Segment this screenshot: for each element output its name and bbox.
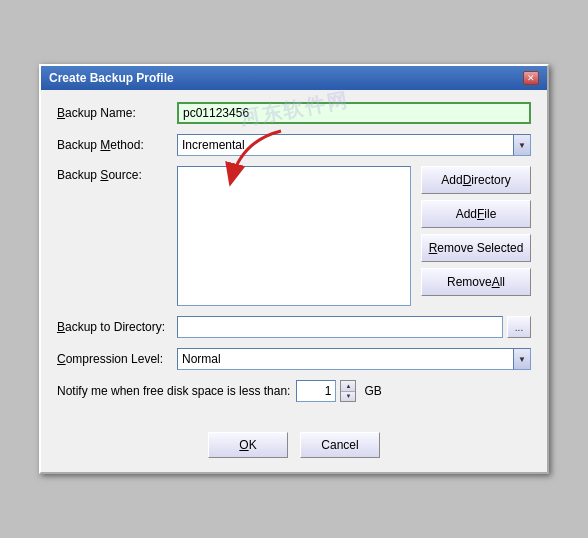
notify-spinner-container: ▲ ▼ GB: [296, 380, 381, 402]
notify-row: Notify me when free disk space is less t…: [57, 380, 531, 402]
dialog-footer: OK Cancel: [41, 428, 547, 472]
remove-selected-button[interactable]: Remove Selected: [421, 234, 531, 262]
source-buttons-panel: Add Directory Add File Remove Selected R…: [421, 166, 531, 296]
notify-label: Notify me when free disk space is less t…: [57, 384, 290, 398]
backup-source-row: Backup Source: Add Directory Add File Re…: [57, 166, 531, 306]
ok-button[interactable]: OK: [208, 432, 288, 458]
backup-to-label: Backup to Directory:: [57, 320, 177, 334]
add-file-button[interactable]: Add File: [421, 200, 531, 228]
backup-name-row: Backup Name:: [57, 102, 531, 124]
spin-down-button[interactable]: ▼: [341, 392, 355, 402]
backup-method-label: Backup Method:: [57, 138, 177, 152]
dialog-title: Create Backup Profile: [49, 71, 174, 85]
backup-method-select[interactable]: Incremental Full Differential: [177, 134, 531, 156]
gb-unit-label: GB: [364, 384, 381, 398]
backup-method-container: Incremental Full Differential ▼: [177, 134, 531, 156]
compression-container: Normal Low High None ▼: [177, 348, 531, 370]
compression-label: Compression Level:: [57, 352, 177, 366]
backup-to-container: ...: [177, 316, 531, 338]
title-bar: Create Backup Profile ✕: [41, 66, 547, 90]
notify-value-input[interactable]: [296, 380, 336, 402]
backup-source-input[interactable]: [177, 166, 411, 306]
backup-method-row: Backup Method: Incremental Full Differen…: [57, 134, 531, 156]
backup-name-label: Backup Name:: [57, 106, 177, 120]
backup-to-row: Backup to Directory: ...: [57, 316, 531, 338]
backup-name-input[interactable]: [177, 102, 531, 124]
notify-spinner-buttons: ▲ ▼: [340, 380, 356, 402]
compression-select[interactable]: Normal Low High None: [177, 348, 531, 370]
backup-to-input[interactable]: [177, 316, 503, 338]
dialog-body: Backup Name: Backup Method: Incremental …: [41, 90, 547, 428]
backup-source-label: Backup Source:: [57, 166, 177, 182]
compression-row: Compression Level: Normal Low High None …: [57, 348, 531, 370]
cancel-button[interactable]: Cancel: [300, 432, 380, 458]
add-directory-button[interactable]: Add Directory: [421, 166, 531, 194]
remove-all-button[interactable]: Remove All: [421, 268, 531, 296]
close-button[interactable]: ✕: [523, 71, 539, 85]
browse-button[interactable]: ...: [507, 316, 531, 338]
spin-up-button[interactable]: ▲: [341, 381, 355, 392]
create-backup-profile-dialog: Create Backup Profile ✕ 河东软件网 Backup Nam…: [39, 64, 549, 474]
